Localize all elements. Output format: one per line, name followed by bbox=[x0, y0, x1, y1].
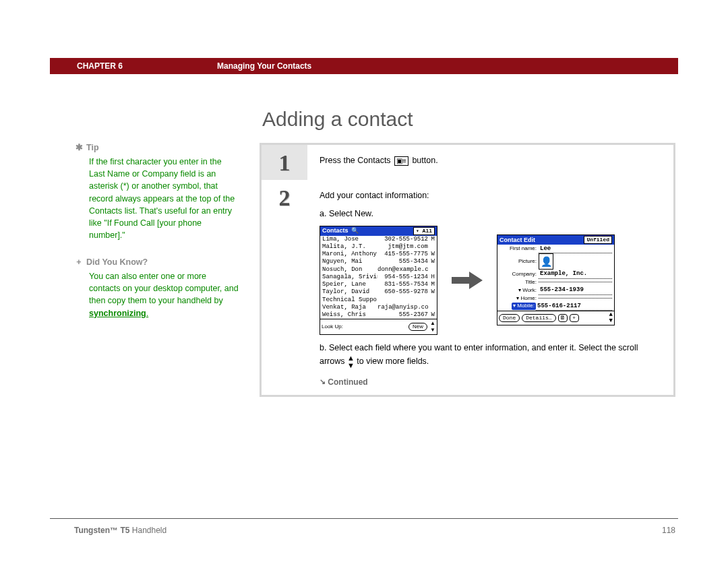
asterisk-icon: ✱ bbox=[74, 142, 84, 154]
synchronizing-link[interactable]: synchronizing bbox=[89, 309, 148, 318]
home-label[interactable]: Home: bbox=[499, 295, 539, 303]
step-2: 2 Add your contact information: a. Selec… bbox=[262, 180, 673, 395]
contacts-row[interactable]: Venkat, Rajaraja@anyisp.com bbox=[320, 304, 437, 311]
arrow-down-right-icon: ↘ bbox=[320, 376, 326, 387]
page-number: 118 bbox=[662, 526, 675, 535]
chapter-banner: CHAPTER 6 Managing Your Contacts bbox=[50, 58, 678, 74]
category-tag[interactable]: Unfiled bbox=[584, 236, 612, 244]
add-icon[interactable]: + bbox=[570, 314, 579, 322]
contacts-row[interactable]: Sanagala, Srivinas954-555-1234H bbox=[320, 274, 437, 281]
continued-label: ↘ Continued bbox=[320, 376, 661, 388]
contacts-row[interactable]: Nguyen, Mai555-3434W bbox=[320, 258, 437, 266]
category-filter[interactable]: ▾ All bbox=[413, 227, 435, 235]
did-you-know-block: +Did You Know? You can also enter one or… bbox=[74, 256, 239, 319]
avatar-placeholder-icon[interactable]: 👤 bbox=[539, 253, 553, 270]
tip-body: If the first character you enter in the … bbox=[74, 156, 239, 241]
sidebar: ✱Tip If the first character you enter in… bbox=[74, 108, 239, 397]
work-value[interactable]: 555-234-1939 bbox=[539, 286, 612, 294]
title-value[interactable] bbox=[539, 282, 612, 282]
dyk-heading: Did You Know? bbox=[86, 257, 148, 267]
chapter-title: Managing Your Contacts bbox=[217, 61, 311, 71]
product-name: Tungsten™ T5 Handheld bbox=[74, 526, 166, 535]
search-icon: 🔍 bbox=[351, 227, 359, 235]
note-icon[interactable]: 🗎 bbox=[558, 314, 568, 322]
scroll-up-down-icon[interactable]: ▲▼ bbox=[430, 320, 435, 334]
contacts-row[interactable]: Lima, Jose302-555-9512M bbox=[320, 236, 437, 243]
work-label[interactable]: Work: bbox=[499, 287, 539, 294]
contacts-list-screen: Contacts 🔍 ▾ All Lima, Jose302-555-9512M… bbox=[320, 226, 437, 336]
mobile-label[interactable]: ▾ Mobile: bbox=[512, 303, 536, 310]
chapter-label: CHAPTER 6 bbox=[77, 61, 123, 71]
contacts-row[interactable]: Technical Support bbox=[320, 296, 437, 304]
screen-title: Contact Edit bbox=[499, 237, 535, 244]
first-name-label: First name: bbox=[499, 245, 539, 253]
page-title: Adding a contact bbox=[262, 108, 675, 131]
done-button[interactable]: Done bbox=[499, 314, 520, 322]
arrow-right-icon bbox=[447, 270, 487, 290]
scroll-icon[interactable]: ▲▼ bbox=[609, 312, 613, 324]
contacts-row[interactable]: Taylor, David650-555-9278W bbox=[320, 288, 437, 296]
contacts-row[interactable]: Weiss, Chris555-2367W bbox=[320, 311, 437, 319]
title-label: Title: bbox=[499, 279, 539, 286]
mobile-value[interactable]: 555-616-2117 bbox=[536, 302, 612, 311]
screen-title: Contacts bbox=[322, 227, 348, 235]
home-value[interactable] bbox=[539, 298, 612, 299]
footer: Tungsten™ T5 Handheld 118 bbox=[74, 526, 675, 535]
company-value[interactable]: Example, Inc. bbox=[539, 270, 612, 278]
step2-a: a. Select New. bbox=[320, 208, 661, 220]
details-button[interactable]: Details… bbox=[522, 314, 555, 322]
lookup-label: Look Up: bbox=[322, 323, 343, 330]
tip-heading: Tip bbox=[86, 143, 99, 152]
step2-b-b: to view more fields. bbox=[357, 356, 429, 366]
contacts-row[interactable]: Speier, Lane831-555-7534M bbox=[320, 281, 437, 288]
company-label: Company: bbox=[499, 271, 539, 278]
main-content: Adding a contact 1 Press the Contacts ▣≡… bbox=[260, 108, 675, 397]
contacts-row[interactable]: Nosuch, Dondonn@example.com bbox=[320, 266, 437, 274]
dyk-body: You can also enter one or more contacts … bbox=[89, 272, 239, 305]
contact-edit-screen: Contact Edit Unfiled First name:Lee Pict… bbox=[497, 235, 615, 325]
new-button[interactable]: New bbox=[408, 323, 427, 331]
step-1: 1 Press the Contacts ▣≡ button. bbox=[262, 145, 673, 180]
picture-label: Picture: bbox=[499, 258, 539, 266]
tip-block: ✱Tip If the first character you enter in… bbox=[74, 142, 239, 241]
scroll-arrows-icon: ▲▼ bbox=[347, 354, 355, 369]
contacts-row[interactable]: Maroni, Anthony415-555-7775W bbox=[320, 251, 437, 258]
step1-text-b: button. bbox=[412, 156, 437, 165]
contacts-row[interactable]: Malita, J.T.jtm@jtm.com bbox=[320, 243, 437, 251]
step2-intro: Add your contact information: bbox=[320, 189, 661, 202]
footer-rule bbox=[50, 518, 678, 519]
first-name-value[interactable]: Lee bbox=[539, 245, 612, 253]
screenshots-row: Contacts 🔍 ▾ All Lima, Jose302-555-9512M… bbox=[320, 226, 661, 336]
step-number: 1 bbox=[262, 150, 307, 175]
plus-icon: + bbox=[74, 256, 84, 268]
step1-text-a: Press the Contacts bbox=[320, 156, 393, 165]
steps-box: 1 Press the Contacts ▣≡ button. 2 Add yo… bbox=[260, 143, 675, 397]
step-number: 2 bbox=[262, 185, 307, 210]
contacts-hardware-button-icon: ▣≡ bbox=[394, 156, 408, 166]
